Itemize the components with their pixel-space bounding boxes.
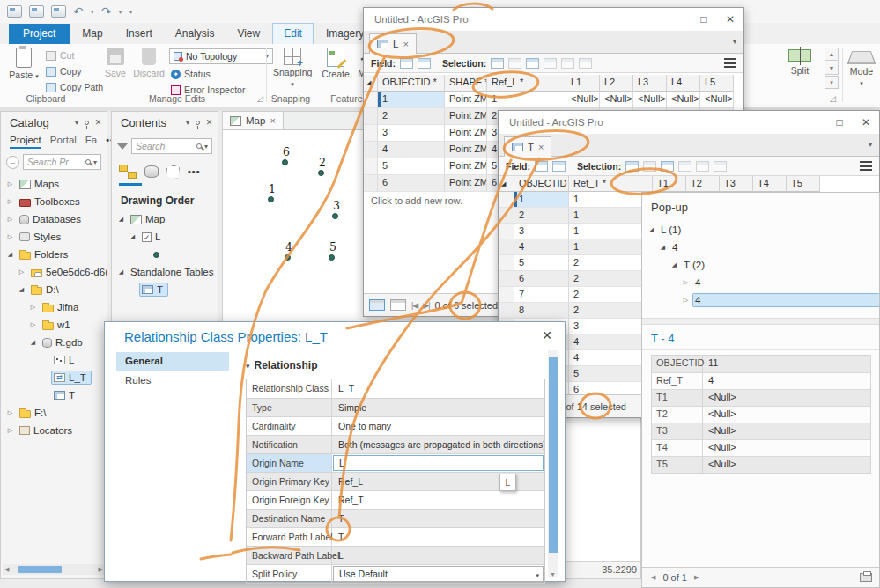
dialog-nav-general[interactable]: General <box>116 352 229 371</box>
cell[interactable]: 6 <box>514 271 569 287</box>
window-t-titlebar[interactable]: Untitled - ArcGIS Pro □ ✕ <box>499 111 879 134</box>
dialog-close-icon[interactable]: ✕ <box>542 328 552 342</box>
tree-collapsed-icon[interactable]: ▷ <box>29 304 37 311</box>
cell[interactable]: 1 <box>569 239 653 255</box>
property-value[interactable]: L <box>332 454 544 472</box>
topology-dropdown[interactable]: No Topology ▾ <box>169 48 273 64</box>
table-tab-t[interactable]: T × <box>504 136 551 157</box>
cell[interactable]: Point ZM <box>445 158 487 175</box>
popup-field-value[interactable]: <Null> <box>703 390 870 406</box>
scroll-thumb[interactable] <box>18 566 62 573</box>
ribbon-tab-edit[interactable]: Edit <box>272 23 314 44</box>
ribbon-tab-analysis[interactable]: Analysis <box>165 24 226 44</box>
catalog-item-l[interactable]: L <box>1 351 107 369</box>
cell[interactable]: 2 <box>569 255 653 271</box>
popup-field-row[interactable]: T1<Null> <box>652 389 870 406</box>
row-expander-cell[interactable] <box>499 224 514 239</box>
cell[interactable]: 2 <box>378 108 445 125</box>
cell[interactable]: 5 <box>514 255 569 271</box>
cell[interactable]: 2 <box>569 287 653 303</box>
column-header[interactable]: L1 <box>566 75 600 92</box>
null-cell[interactable]: <Null> <box>700 92 734 108</box>
row-expander-cell[interactable] <box>364 175 378 192</box>
cell[interactable]: 1 <box>569 208 653 224</box>
map-point-5[interactable] <box>329 254 335 261</box>
select-by-attributes-icon[interactable] <box>491 58 504 69</box>
save-project-icon[interactable] <box>51 5 66 18</box>
calculate-field-icon[interactable] <box>418 58 431 69</box>
tree-collapsed-icon[interactable]: ▷ <box>6 198 14 205</box>
catalog-item-folders[interactable]: ◢Folders <box>1 246 107 263</box>
scroll-down-icon[interactable]: ▼ <box>550 571 556 577</box>
property-row-relationship-class[interactable]: Relationship ClassL_T <box>247 379 544 398</box>
tree-collapsed-icon[interactable]: ▷ <box>6 180 14 187</box>
clear-selection-icon[interactable] <box>544 58 557 69</box>
cell[interactable]: 1 <box>514 192 569 208</box>
split-policy-dropdown[interactable]: Use Default▾ <box>333 566 544 582</box>
contents-item-map[interactable]: ◢Map <box>112 210 218 228</box>
cell[interactable]: 1 <box>569 224 653 239</box>
dialog-scrollbar[interactable]: ▼ <box>548 350 558 577</box>
save-edits-button[interactable]: Save <box>99 48 132 78</box>
cell[interactable]: 3 <box>378 125 445 142</box>
catalog-item-r-gdb[interactable]: ◢R.gdb <box>1 334 107 351</box>
cell[interactable]: 4 <box>514 239 569 255</box>
tree-expanded-icon[interactable]: ◢ <box>18 286 26 293</box>
row-expander-cell[interactable] <box>364 125 378 142</box>
mode-button[interactable]: Z Mode▾ <box>844 48 879 87</box>
tabstrip-collapse-icon[interactable]: ▾ <box>869 141 872 149</box>
popup-field-row[interactable]: Ref_T4 <box>652 372 870 389</box>
tree-expanded-icon[interactable]: ◢ <box>670 261 678 268</box>
table-menu-icon[interactable] <box>724 58 736 68</box>
catalog-search-input[interactable]: Search Pr ▾ <box>23 154 101 170</box>
customize-qat-icon[interactable]: ▾ <box>129 8 133 16</box>
popup-field-value[interactable]: <Null> <box>703 407 870 423</box>
redo-dropdown-icon[interactable]: ▾ <box>118 8 122 16</box>
gallery-expand-icon[interactable]: ▾ <box>825 76 839 89</box>
cell[interactable]: 5 <box>378 158 445 175</box>
column-header[interactable]: Ref_T * <box>569 176 653 192</box>
ribbon-tab-insert[interactable]: Insert <box>115 24 163 44</box>
popup-field-value[interactable]: <Null> <box>703 457 870 473</box>
copy-selection-icon[interactable] <box>714 161 727 172</box>
contents-item-t[interactable]: T <box>112 281 218 298</box>
cut-button[interactable]: Cut <box>46 50 74 61</box>
open-project-icon[interactable] <box>29 5 44 18</box>
table-row[interactable]: 1Point ZM1<Null><Null><Null><Null><Null> <box>364 92 743 108</box>
catalog-item-f-[interactable]: ▷F:\ <box>1 404 107 422</box>
catalog-menu-icon[interactable]: ▾ <box>75 119 78 127</box>
popup-item-l-1-[interactable]: ◢L (1) <box>642 221 879 239</box>
cell[interactable]: 1 <box>569 192 653 208</box>
tree-expanded-icon[interactable]: ◢ <box>117 216 125 223</box>
cell[interactable]: 7 <box>514 287 569 303</box>
catalog-item-d-[interactable]: ◢D:\ <box>1 281 107 298</box>
maximize-icon[interactable]: □ <box>691 13 717 26</box>
tree-collapsed-icon[interactable]: ▷ <box>6 427 14 434</box>
contents-search-input[interactable]: Search ▾ <box>131 138 212 154</box>
popup-field-row[interactable]: OBJECTID11 <box>652 356 870 372</box>
copy-button[interactable]: Copy <box>46 66 82 77</box>
close-icon[interactable]: ✕ <box>853 116 879 129</box>
property-row-notification[interactable]: NotificationBoth (messages are propagate… <box>247 435 544 453</box>
cell[interactable]: 2 <box>514 208 569 224</box>
column-header[interactable]: T4 <box>753 176 787 192</box>
ribbon-tab-map[interactable]: Map <box>71 24 113 44</box>
cell[interactable]: 2 <box>569 271 653 287</box>
dialog-nav-rules[interactable]: Rules <box>116 371 229 391</box>
popup-field-row[interactable]: T3<Null> <box>652 423 870 439</box>
data-source-icon[interactable] <box>144 165 159 178</box>
tree-collapsed-icon[interactable]: ▷ <box>6 216 14 223</box>
cell[interactable]: 4 <box>569 350 653 366</box>
form-view-icon[interactable] <box>390 299 406 311</box>
gallery-down-icon[interactable]: ▼ <box>825 62 839 75</box>
contents-more-icon[interactable]: ••• <box>188 166 201 177</box>
tab-close-icon[interactable]: × <box>403 39 408 49</box>
tree-expanded-icon[interactable]: ◢ <box>659 244 667 251</box>
popup-field-value[interactable]: 4 <box>703 373 870 389</box>
property-row-split-policy[interactable]: Split PolicyUse Default▾ <box>247 564 544 583</box>
catalog-item-maps[interactable]: ▷Maps <box>1 175 107 193</box>
cell[interactable]: 2 <box>569 303 653 319</box>
contents-menu-icon[interactable]: ▾ <box>186 119 189 127</box>
property-row-origin-name[interactable]: Origin NameL <box>247 453 544 472</box>
selection-view-icon[interactable] <box>166 165 180 179</box>
